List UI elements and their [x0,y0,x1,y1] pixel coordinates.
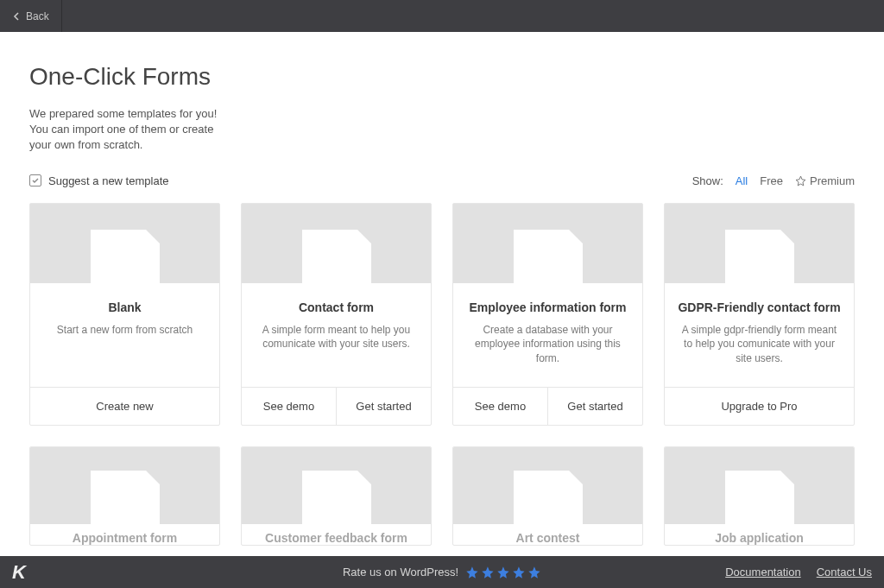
see-demo-button[interactable]: See demo [242,388,336,425]
card-thumb [453,204,642,283]
main-content: One-Click Forms We prepared some templat… [0,32,884,556]
filter-all[interactable]: All [736,174,748,187]
card-desc: Create a database with your employee inf… [465,323,630,366]
upgrade-to-pro-button[interactable]: Upgrade to Pro [665,388,854,425]
card-title: Appointment form [30,524,219,545]
document-icon [91,230,160,283]
template-card-gdpr: GDPR-Friendly contact form A simple gdpr… [664,203,855,426]
document-icon [725,230,794,283]
card-thumb [665,204,854,283]
template-card-art-contest: Art contest [452,446,643,546]
card-thumb [242,447,431,524]
footer-left: K [12,561,26,584]
card-desc: A simple form meant to help you comunica… [254,323,419,352]
card-title: Art contest [453,524,642,545]
card-actions: See demo Get started [453,387,642,425]
template-card-blank: Blank Start a new form from scratch Crea… [29,203,220,426]
template-card-employee: Employee information form Create a datab… [452,203,643,426]
filter-premium[interactable]: Premium [795,174,855,187]
filter-premium-label: Premium [810,174,855,187]
chevron-left-icon [12,12,21,21]
card-thumb [242,204,431,283]
document-icon [514,471,583,524]
template-card-appointment: Appointment form [29,446,220,546]
suggest-label: Suggest a new template [48,174,168,187]
card-body: Contact form A simple form meant to help… [242,283,431,387]
card-title: Customer feedback form [242,524,431,545]
topbar: Back [0,0,884,32]
card-thumb [30,447,219,524]
card-thumb [665,447,854,524]
card-title: Contact form [254,300,419,314]
contact-us-link[interactable]: Contact Us [817,566,872,579]
card-title: Employee information form [465,300,630,314]
document-icon [302,471,371,524]
star-icon [481,566,495,579]
card-body: GDPR-Friendly contact form A simple gdpr… [665,283,854,387]
star-icon [465,566,479,579]
card-title: Job application [665,524,854,545]
template-card-contact: Contact form A simple form meant to help… [241,203,432,426]
star-icon [527,566,541,579]
get-started-button[interactable]: Get started [547,388,642,425]
template-grid: Blank Start a new form from scratch Crea… [29,203,855,546]
card-body: Employee information form Create a datab… [453,283,642,387]
get-started-button[interactable]: Get started [336,388,431,425]
document-icon [302,230,371,283]
card-desc: A simple gdpr-friendly form meant to hel… [677,323,842,366]
back-button[interactable]: Back [0,0,62,32]
page-title: One-Click Forms [29,63,855,91]
star-icon [795,175,806,187]
rate-label: Rate us on WordPress! [343,566,458,579]
toolbar: Suggest a new template Show: All Free Pr… [29,174,855,187]
card-title: GDPR-Friendly contact form [677,300,842,314]
create-new-button[interactable]: Create new [30,388,219,425]
filter-label: Show: [692,174,723,187]
card-title: Blank [42,300,207,314]
card-body: Blank Start a new form from scratch [30,283,219,387]
card-desc: Start a new form from scratch [42,323,207,338]
filter-free[interactable]: Free [760,174,783,187]
page-subtitle: We prepared some templates for you! You … [29,106,228,154]
card-thumb [30,204,219,283]
template-card-feedback: Customer feedback form [241,446,432,546]
footer-center: Rate us on WordPress! [343,566,541,579]
star-icon [496,566,510,579]
see-demo-button[interactable]: See demo [453,388,547,425]
card-actions: Create new [30,387,219,425]
brand-logo: K [12,561,26,584]
card-actions: See demo Get started [242,387,431,425]
documentation-link[interactable]: Documentation [725,566,800,579]
document-icon [725,471,794,524]
document-icon [91,471,160,524]
back-label: Back [26,10,49,22]
template-card-job-application: Job application [664,446,855,546]
card-actions: Upgrade to Pro [665,387,854,425]
footer: K Rate us on WordPress! Documentation Co… [0,556,884,588]
suggest-icon [29,174,41,187]
rating-stars[interactable] [465,566,541,579]
card-thumb [453,447,642,524]
document-icon [514,230,583,283]
star-icon [512,566,526,579]
filter-group: Show: All Free Premium [692,174,855,187]
suggest-template-link[interactable]: Suggest a new template [29,174,168,187]
footer-right: Documentation Contact Us [725,566,872,579]
